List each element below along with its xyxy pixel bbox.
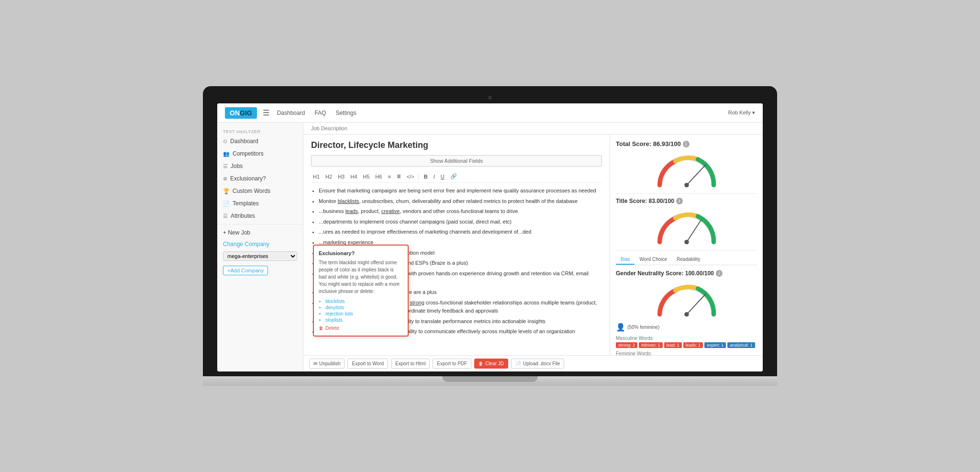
templates-icon: 📄 [223,201,230,207]
attributes-icon: ☰ [223,213,228,219]
editor-pane[interactable]: Director, Lifecycle Marketing Show Addit… [303,135,610,355]
score-divider-2 [616,250,757,251]
toolbar-h6[interactable]: H6 [373,173,384,180]
logo[interactable]: ONGIG [225,107,257,119]
alt-4[interactable]: stoplists [325,317,403,323]
jobs-icon: ☰ [223,163,228,169]
toolbar-h3[interactable]: H3 [336,173,346,180]
toolbar-h5[interactable]: H5 [361,173,371,180]
sidebar-label-jobs: Jobs [231,163,243,169]
title-gauge-svg [648,208,725,247]
toolbar-ul[interactable]: ≡ [386,173,392,180]
nav-faq[interactable]: FAQ [314,110,326,116]
user-menu[interactable]: Rob Kelly ▾ [728,110,755,116]
export-pdf-button[interactable]: Export to PDF [433,359,471,369]
svg-point-3 [684,240,689,244]
sidebar-item-custom-words[interactable]: 🏆 Custom Words [217,185,303,197]
svg-line-4 [687,294,706,314]
masc-tag-expert: expert: 1 [704,342,726,348]
upload-button[interactable]: 📄 Upload .docx File [511,359,564,369]
toolbar-h1[interactable]: H1 [311,173,322,180]
main-area: Job Description Director, Lifecycle Mark… [303,123,763,371]
bullet-5: ...ures as needed to improve effectivene… [319,228,602,236]
popup-alternatives: blocklists denylists rejection lists sto… [319,299,403,323]
clear-jd-label: Clear JD [485,361,504,366]
toolbar-bold[interactable]: B [422,173,430,180]
clear-icon: 🗑 [479,361,483,366]
nav-settings[interactable]: Settings [335,110,356,116]
export-word-button[interactable]: Export to Word [347,359,388,369]
bullet-1: Ensure that marketing campaigns are bein… [319,187,602,195]
sidebar-item-dashboard[interactable]: ⊙ Dashboard [217,135,303,147]
tab-readability[interactable]: Readability [672,255,705,265]
feminine-text: (50% feminine) [627,325,659,330]
change-company-link[interactable]: Change Company [217,239,303,249]
alt-3[interactable]: rejection lists [325,311,403,316]
svg-point-1 [684,183,689,187]
total-gauge-svg [648,151,725,190]
sidebar-divider [217,224,303,225]
toolbar-h4[interactable]: H4 [348,173,359,180]
gender-score-info[interactable]: i [716,270,723,277]
feminine-label: 👤 (50% feminine) [616,323,757,332]
delete-button[interactable]: 🗑 Delete [319,326,403,331]
sidebar-label-competitors: Competitors [233,150,264,157]
person-icon: 👤 [616,323,625,332]
toolbar-italic[interactable]: I [432,173,437,180]
gender-gauge-svg [648,281,725,319]
new-job-button[interactable]: + New Job [217,226,303,239]
trash-icon: 🗑 [319,326,323,331]
popup-text: The term blacklist might offend some peo… [319,259,403,295]
title-score-gauge [616,208,757,247]
feminine-words-label: Feminine Words: [616,351,757,355]
mail-icon: ✉ [313,361,317,366]
alt-2[interactable]: denylists [325,305,403,310]
total-score-info[interactable]: i [683,141,690,147]
company-select[interactable]: mega-enterprises [223,251,297,261]
export-html-button[interactable]: Export to Html [391,359,430,369]
sidebar-item-competitors[interactable]: 👥 Competitors [217,147,303,160]
camera [488,96,492,100]
masc-tag-analytical: analytical: 1 [727,342,755,348]
exclusionary-icon: ⊗ [223,176,227,182]
custom-words-icon: 🏆 [223,188,230,194]
masc-tag-lead: lead: 1 [664,342,682,348]
hamburger-icon[interactable]: ☰ [263,108,269,117]
laptop-base [203,376,777,386]
toolbar-h2[interactable]: H2 [323,173,334,180]
sidebar-item-exclusionary[interactable]: ⊗ Exclusionary? [217,172,303,185]
tab-bias[interactable]: Bias [616,255,635,265]
job-title: Director, Lifecycle Marketing [311,140,602,150]
svg-point-5 [684,312,689,316]
title-score-info[interactable]: i [676,198,683,204]
clear-jd-button[interactable]: 🗑 Clear JD [474,359,508,369]
sidebar-item-templates[interactable]: 📄 Templates [217,197,303,210]
words-section: Masculine Words: strong: 2 #driven: 1 le… [616,336,757,355]
upload-label: Upload .docx File [523,361,560,366]
bullet-4: ...departments to implement cross channe… [319,218,602,226]
sidebar-label-attributes: Attributes [231,213,255,219]
show-additional-button[interactable]: Show Additional Fields [311,155,602,167]
logo-on: ON [230,109,240,117]
breadcrumb: Job Description [303,123,763,135]
bullet-3: ...business leads, product, creative, ve… [319,207,602,216]
add-company-button[interactable]: +Add Company [223,266,268,275]
unpublish-button[interactable]: ✉ Unpublish [309,359,345,369]
tabs-row: Bias Word Choice Readability [616,255,757,265]
screen-bezel: ONGIG ☰ Dashboard FAQ Settings Rob Kelly… [203,86,777,376]
masc-tag-driven: #driven: 1 [639,342,663,348]
toolbar-underline[interactable]: U [439,173,446,180]
toolbar-link[interactable]: 🔗 [448,172,459,180]
sidebar-item-jobs[interactable]: ☰ Jobs [217,160,303,172]
sidebar-item-attributes[interactable]: ☰ Attributes [217,210,303,222]
toolbar-code[interactable]: </> [405,173,416,180]
alt-1[interactable]: blocklists [325,299,403,304]
right-panel: Total Score: 86.93/100 i [610,135,763,355]
total-score-label: Total Score: 86.93/100 [616,140,681,147]
tab-word-choice[interactable]: Word Choice [635,255,672,265]
toolbar-ol[interactable]: ≣ [395,172,403,180]
svg-line-0 [687,165,706,185]
masculine-word-tags: strong: 2 #driven: 1 lead: 1 leads: 1 ex… [616,342,757,348]
nav-dashboard[interactable]: Dashboard [277,110,305,116]
sidebar-label-exclusionary: Exclusionary? [230,175,266,182]
